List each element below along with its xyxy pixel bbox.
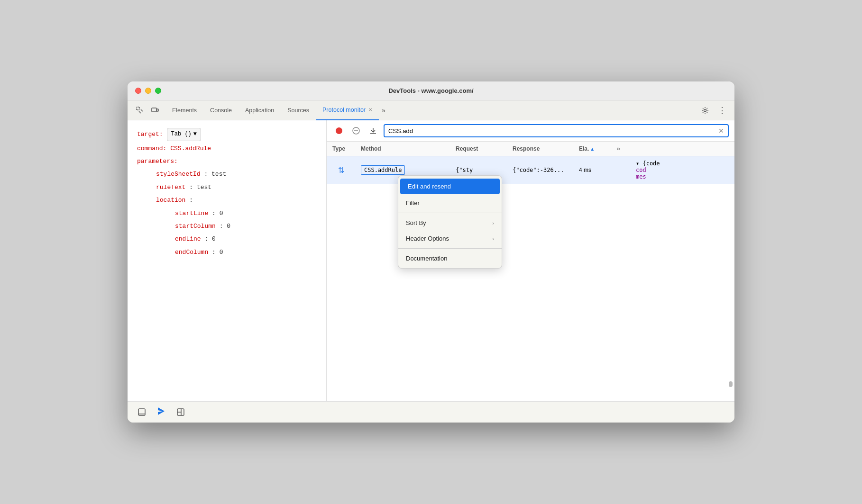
menu-separator-2 — [398, 248, 502, 249]
inspect-icon[interactable] — [133, 104, 147, 117]
tab-bar-left — [133, 104, 162, 117]
menu-sort-by[interactable]: Sort By › — [398, 215, 502, 231]
prop-ruleText: ruleText : test — [137, 182, 317, 193]
col-header-method: Method — [355, 142, 450, 156]
col-header-type: Type — [327, 142, 355, 156]
command-row: command: CSS.addRule — [137, 143, 317, 154]
menu-header-options[interactable]: Header Options › — [398, 231, 502, 246]
prop-location: location : — [137, 195, 317, 206]
svg-marker-10 — [158, 407, 165, 415]
target-row: target: Tab () ▼ — [137, 128, 317, 141]
table-header: Type Method Request Response Ela. ▲ » — [327, 142, 734, 156]
bottom-bar — [128, 401, 734, 423]
maximize-button[interactable] — [155, 88, 161, 94]
col-header-elapsed: Ela. ▲ — [573, 142, 611, 156]
row-more — [611, 166, 630, 174]
row-extra: ▾ {code cod mes — [630, 156, 734, 184]
tab-application[interactable]: Application — [238, 100, 281, 120]
search-bar: ✕ — [384, 124, 729, 137]
menu-documentation[interactable]: Documentation — [398, 251, 502, 266]
title-bar: DevTools - www.google.com/ — [128, 81, 734, 100]
sort-by-arrow-icon: › — [492, 220, 494, 226]
traffic-lights — [135, 88, 161, 94]
download-button[interactable] — [367, 124, 380, 137]
target-dropdown[interactable]: Tab () ▼ — [167, 128, 201, 141]
prop-startLine: startLine : 0 — [137, 208, 317, 219]
tab-protocol-monitor[interactable]: Protocol monitor ✕ — [316, 100, 379, 120]
window-title: DevTools - www.google.com/ — [388, 87, 473, 94]
left-panel: target: Tab () ▼ command: CSS.addRule pa… — [128, 120, 327, 401]
main-content: target: Tab () ▼ command: CSS.addRule pa… — [128, 120, 734, 401]
close-button[interactable] — [135, 88, 141, 94]
svg-rect-2 — [157, 109, 158, 111]
row-type: ⇅ — [327, 162, 355, 179]
tab-bar: Elements Console Application Sources Pro… — [128, 100, 734, 120]
svg-point-3 — [704, 109, 706, 111]
col-header-more[interactable]: » — [611, 142, 630, 156]
context-menu: Edit and resend Filter Sort By › Header … — [398, 175, 502, 269]
tab-elements[interactable]: Elements — [165, 100, 203, 120]
prop-styleSheetId: styleSheetId : test — [137, 169, 317, 180]
col-header-request: Request — [450, 142, 507, 156]
row-elapsed: 4 ms — [573, 163, 611, 177]
table-row[interactable]: ⇅ CSS.addRule {"sty {"code":-326... 4 ms… — [327, 156, 734, 184]
col-header-extra — [630, 142, 734, 156]
device-toolbar-icon[interactable] — [148, 104, 162, 117]
col-header-response: Response — [507, 142, 573, 156]
type-arrow-icon: ⇅ — [332, 166, 349, 175]
tab-sources[interactable]: Sources — [281, 100, 316, 120]
search-clear-icon[interactable]: ✕ — [718, 127, 724, 135]
command-value: CSS.addRule — [170, 145, 211, 152]
devtools-body: Elements Console Application Sources Pro… — [128, 100, 734, 423]
menu-edit-resend[interactable]: Edit and resend — [400, 179, 500, 194]
tab-more-icon[interactable]: » — [379, 107, 388, 114]
prop-endLine: endLine : 0 — [137, 234, 317, 244]
search-input[interactable] — [388, 127, 718, 135]
target-label: target: — [137, 129, 163, 140]
table-body: ⇅ CSS.addRule {"sty {"code":-326... 4 ms… — [327, 156, 734, 401]
clear-button[interactable] — [349, 124, 363, 137]
menu-separator-1 — [398, 213, 502, 213]
minimize-button[interactable] — [145, 88, 151, 94]
record-button[interactable] — [332, 124, 346, 137]
menu-filter[interactable]: Filter — [398, 195, 502, 211]
svg-point-4 — [336, 127, 342, 134]
parameters-label: parameters: — [137, 158, 178, 165]
toolbar: ✕ — [327, 120, 734, 142]
command-label: command: — [137, 145, 166, 152]
svg-rect-1 — [152, 108, 156, 112]
more-options-icon[interactable]: ⋮ — [715, 104, 729, 117]
panel-toggle-icon[interactable] — [135, 405, 148, 419]
scrollbar-thumb — [729, 381, 733, 387]
tab-settings: ⋮ — [698, 104, 729, 117]
row-response: {"code":-326... — [507, 163, 573, 177]
svg-rect-0 — [137, 107, 139, 110]
settings-icon[interactable] — [698, 104, 712, 117]
header-options-arrow-icon: › — [492, 236, 494, 242]
svg-rect-8 — [138, 409, 145, 415]
prop-startColumn: startColumn : 0 — [137, 221, 317, 232]
tab-close-icon[interactable]: ✕ — [368, 107, 372, 112]
devtools-window: DevTools - www.google.com/ — [128, 81, 734, 423]
dock-icon[interactable] — [174, 405, 187, 419]
tab-console[interactable]: Console — [203, 100, 238, 120]
parameters-row: parameters: — [137, 156, 317, 167]
prop-endColumn: endColumn : 0 — [137, 247, 317, 258]
send-button[interactable] — [156, 406, 166, 419]
right-panel: ✕ Type Method Request Response Ela. ▲ » — [327, 120, 734, 401]
